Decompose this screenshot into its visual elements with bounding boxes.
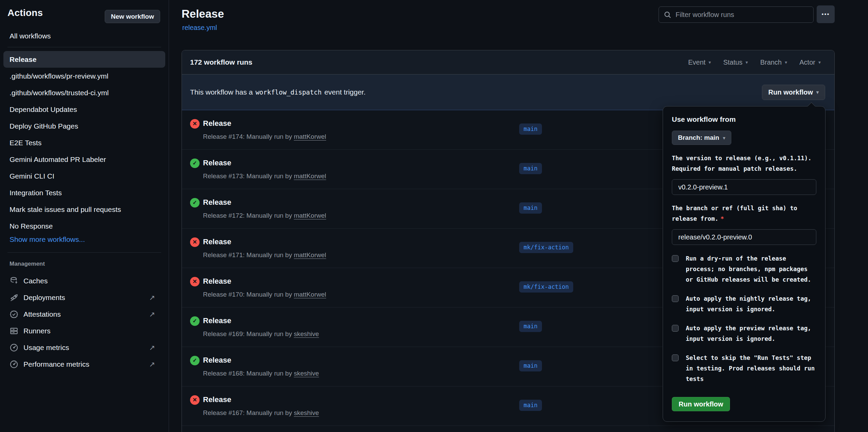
- sidebar-workflow-item[interactable]: No Response: [3, 218, 165, 234]
- run-actor-link[interactable]: mattKorwel: [294, 251, 326, 259]
- sidebar-workflow-item[interactable]: Deploy GitHub Pages: [3, 118, 165, 134]
- checkbox[interactable]: [672, 295, 679, 302]
- management-item-icon: [10, 277, 18, 285]
- checkbox-row: Auto apply the preview release tag, inpu…: [672, 323, 816, 344]
- run-description: Release #170: Manually run by mattKorwel: [203, 291, 326, 298]
- sidebar-management-item[interactable]: Runners: [3, 322, 165, 339]
- workflow-item-label: Gemini CLI CI: [10, 172, 54, 180]
- management-item-label: Attestations: [23, 310, 61, 318]
- banner-text-after: event trigger.: [324, 88, 365, 96]
- checkbox-row: Run a dry-run of the release process; no…: [672, 253, 816, 285]
- page-kebab-menu-button[interactable]: •••: [817, 5, 835, 23]
- show-more-workflows-link[interactable]: Show more workflows...: [10, 235, 85, 244]
- sidebar-management-item[interactable]: Attestations ↗: [3, 306, 165, 322]
- new-workflow-button[interactable]: New workflow: [105, 10, 160, 23]
- run-status-icon: ✓: [190, 356, 200, 365]
- branch-badge[interactable]: mk/fix-action: [519, 281, 573, 293]
- branch-badge[interactable]: main: [519, 202, 542, 214]
- workflow-item-label: Deploy GitHub Pages: [10, 122, 78, 130]
- filter-dropdown[interactable]: Branch ▾: [760, 59, 787, 66]
- sidebar-workflow-item[interactable]: Integration Tests: [3, 184, 165, 201]
- chevron-down-icon: ▾: [818, 60, 821, 65]
- checkbox[interactable]: [672, 325, 679, 332]
- run-status-icon: ✕: [190, 277, 200, 286]
- sidebar-management-item[interactable]: Deployments ↗: [3, 289, 165, 306]
- sidebar-management-item[interactable]: Performance metrics ↗: [3, 356, 165, 372]
- sidebar-workflow-item[interactable]: .github/workflows/trusted-ci.yml: [3, 84, 165, 101]
- branch-badge[interactable]: main: [519, 163, 542, 174]
- run-description: Release #171: Manually run by mattKorwel: [203, 251, 326, 259]
- run-title-link[interactable]: Release: [203, 356, 231, 365]
- run-actor-link[interactable]: mattKorwel: [294, 212, 326, 219]
- management-section-title: Management: [10, 261, 45, 267]
- filter-label: Event: [688, 59, 705, 66]
- run-status-icon: ✕: [190, 237, 200, 247]
- search-input[interactable]: [676, 11, 809, 19]
- sidebar-workflow-item[interactable]: .github/workflows/pr-review.yml: [3, 68, 165, 84]
- management-item-icon: [10, 310, 18, 319]
- run-actor-link[interactable]: skeshive: [294, 330, 319, 337]
- checkbox-label: Auto apply the preview release tag, inpu…: [686, 323, 816, 344]
- search-icon: [664, 11, 671, 19]
- banner-text-before: This workflow has a: [190, 88, 253, 96]
- run-filters: Event ▾ Status ▾ Branch ▾ Actor ▾: [688, 59, 821, 66]
- workflow-list: Release .github/workflows/pr-review.yml …: [3, 51, 165, 234]
- run-title-link[interactable]: Release: [203, 277, 231, 286]
- sidebar-workflow-item[interactable]: E2E Tests: [3, 134, 165, 151]
- management-item-label: Deployments: [23, 294, 65, 302]
- filter-dropdown[interactable]: Event ▾: [688, 59, 711, 66]
- workflow-file-link[interactable]: release.yml: [182, 24, 217, 32]
- run-title-link[interactable]: Release: [203, 159, 231, 167]
- run-title-link[interactable]: Release: [203, 237, 231, 246]
- external-link-icon: ↗: [149, 294, 155, 302]
- run-description: Release #173: Manually run by mattKorwel: [203, 172, 326, 180]
- filter-dropdown[interactable]: Actor ▾: [799, 59, 821, 66]
- sidebar-workflow-item[interactable]: Mark stale issues and pull requests: [3, 201, 165, 218]
- run-workflow-dropdown-button[interactable]: Run workflow ▾: [762, 85, 825, 100]
- branch-badge[interactable]: main: [519, 123, 542, 135]
- run-title-link[interactable]: Release: [203, 395, 231, 404]
- ref-input[interactable]: [672, 229, 816, 245]
- version-help-text: The version to release (e.g., v0.1.11). …: [672, 153, 816, 174]
- run-title-link[interactable]: Release: [203, 198, 231, 207]
- branch-badge[interactable]: main: [519, 321, 542, 332]
- sidebar-workflow-item[interactable]: Gemini CLI CI: [3, 168, 165, 184]
- run-actor-link[interactable]: mattKorwel: [294, 291, 326, 298]
- run-actor-link[interactable]: skeshive: [294, 370, 319, 377]
- branch-selector-button[interactable]: Branch: main ▾: [672, 131, 731, 145]
- runs-card-header: 172 workflow runs Event ▾ Status ▾ Branc…: [182, 50, 834, 74]
- branch-badge[interactable]: main: [519, 400, 542, 411]
- run-description-text: Release #168: Manually run by: [203, 370, 292, 377]
- sidebar-item-all-workflows[interactable]: All workflows: [10, 32, 51, 40]
- run-actor-link[interactable]: mattKorwel: [294, 172, 326, 180]
- runs-count: 172 workflow runs: [190, 58, 252, 66]
- workflow-item-label: E2E Tests: [10, 139, 41, 147]
- chevron-down-icon: ▾: [785, 60, 787, 65]
- sidebar-management-item[interactable]: Usage metrics ↗: [3, 339, 165, 356]
- actions-sidebar: Actions New workflow All workflows Relea…: [0, 0, 169, 432]
- dialog-title: Use workflow from: [672, 115, 816, 123]
- checkbox[interactable]: [672, 354, 679, 361]
- filter-dropdown[interactable]: Status ▾: [723, 59, 748, 66]
- run-actor-link[interactable]: skeshive: [294, 409, 319, 416]
- run-title-link[interactable]: Release: [203, 316, 231, 325]
- sidebar-workflow-item[interactable]: Release: [3, 51, 165, 68]
- sidebar-workflow-item[interactable]: Dependabot Updates: [3, 101, 165, 118]
- ref-help-label: The branch or ref (full git sha) to rele…: [672, 205, 797, 222]
- run-actor-link[interactable]: mattKorwel: [294, 133, 326, 140]
- branch-badge[interactable]: main: [519, 360, 542, 371]
- management-item-label: Caches: [23, 277, 48, 285]
- ref-help-text: The branch or ref (full git sha) to rele…: [672, 203, 816, 224]
- sidebar-management-item[interactable]: Caches: [3, 272, 165, 289]
- checkbox[interactable]: [672, 255, 679, 262]
- workflow-item-label: Integration Tests: [10, 189, 62, 197]
- run-workflow-button-label: Run workflow: [768, 88, 813, 96]
- version-input[interactable]: [672, 179, 816, 195]
- filter-label: Status: [723, 59, 743, 66]
- sidebar-workflow-item[interactable]: Gemini Automated PR Labeler: [3, 151, 165, 168]
- branch-badge[interactable]: mk/fix-action: [519, 242, 573, 253]
- page-title: Release: [182, 7, 224, 20]
- run-title-link[interactable]: Release: [203, 119, 231, 128]
- chevron-down-icon: ▾: [746, 60, 748, 65]
- run-workflow-submit-button[interactable]: Run workflow: [672, 397, 730, 411]
